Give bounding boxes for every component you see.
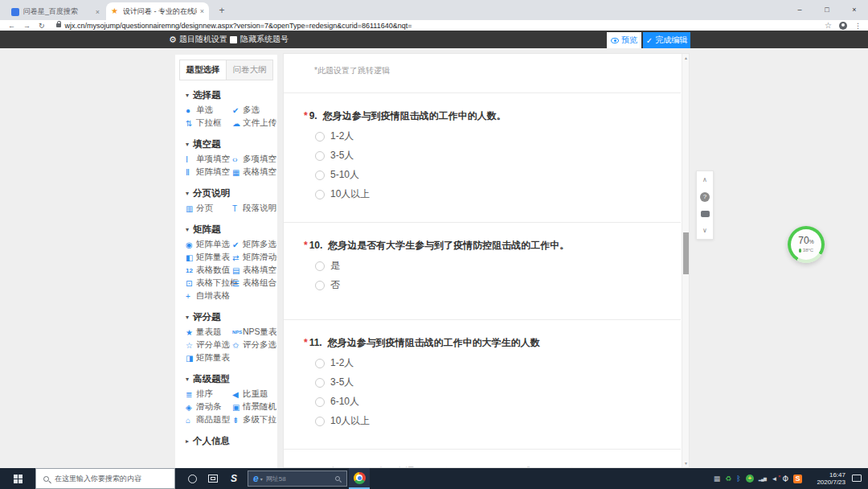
sidebar-item-paragraph[interactable]: T段落说明 <box>232 202 277 215</box>
sidebar-item-file-upload[interactable]: ☁文件上传 <box>232 117 277 129</box>
address-url[interactable]: wjx.cn/mysojump/questionnairemng/designn… <box>65 22 412 30</box>
browser-tab-active[interactable]: ★ 设计问卷 - 专业的在线问卷调 × <box>106 2 209 20</box>
sidebar-section-header[interactable]: ▾ 填空题 <box>186 138 277 150</box>
sidebar-item-single-choice[interactable]: ●单选 <box>186 104 232 117</box>
radio-icon[interactable] <box>315 359 325 368</box>
photos-tray-icon[interactable]: ▦ <box>714 475 721 483</box>
action-center-icon[interactable] <box>852 475 862 482</box>
radio-option[interactable]: 1-2人 <box>315 131 665 142</box>
sidebar-section-header[interactable]: ▾ 选择题 <box>186 89 277 101</box>
sidebar-item-nps[interactable]: NPSNPS量表 <box>232 326 277 339</box>
sidebar-item-table-fill[interactable]: ▤表格填空 <box>232 264 277 277</box>
tab-close-icon[interactable]: × <box>200 7 204 15</box>
sidebar-item-table-blank[interactable]: ▦表格填空 <box>232 166 277 179</box>
forward-icon[interactable]: → <box>23 22 31 30</box>
sidebar-item-multi-blank[interactable]: ‹›多项填空 <box>232 153 277 166</box>
radio-option[interactable]: 10人以上 <box>315 416 665 426</box>
volume-muted-icon[interactable]: ◄× <box>771 475 777 483</box>
sidebar-item-rating-single[interactable]: ☆评分单选 <box>186 339 232 351</box>
pinwheel-tray-icon[interactable]: ♻ <box>725 475 731 483</box>
radio-icon[interactable] <box>315 281 325 290</box>
maximize-button[interactable]: □ <box>813 0 841 20</box>
start-button[interactable] <box>0 468 35 489</box>
temperature-widget[interactable]: 70% 38°C <box>788 226 825 263</box>
radio-option[interactable]: 3-5人 <box>315 150 665 161</box>
radio-icon[interactable] <box>315 378 325 388</box>
sidebar-item-cascade-dropdown[interactable]: ⇟多级下拉 <box>232 413 277 426</box>
new-tab-button[interactable]: + <box>215 4 228 17</box>
checkbox-icon[interactable] <box>230 36 237 43</box>
network-signal-icon[interactable]: ▂▄▆ <box>759 476 767 481</box>
radio-icon[interactable] <box>315 417 325 426</box>
sidebar-item-matrix-scale[interactable]: ◧矩阵量表 <box>186 251 232 264</box>
question-block-12[interactable]: *12.疫情期间乘坐的交通工具，您现在所做的是测试题目，请您全选以剔除错误数据。… <box>284 450 681 468</box>
sidebar-item-sort[interactable]: ≣排序 <box>186 388 232 401</box>
sidebar-item-multi-choice[interactable]: ✔多选 <box>232 104 277 117</box>
browser-tab-inactive[interactable]: 问卷星_百度搜索 × <box>6 3 104 20</box>
radio-option[interactable]: 5-10人 <box>315 170 665 180</box>
sidebar-item-single-blank[interactable]: Ⅰ单项填空 <box>186 153 232 166</box>
bookmark-star-icon[interactable]: ☆ <box>825 21 832 30</box>
radio-option[interactable]: 是 <box>315 261 665 271</box>
scroll-up-icon[interactable]: ▲ <box>682 55 690 60</box>
finish-edit-button[interactable]: ✓ 完成编辑 <box>643 32 690 48</box>
scroll-top-button[interactable]: ∧ <box>697 171 713 188</box>
sidebar-item-matrix-multi[interactable]: ✔矩阵多选 <box>232 238 277 251</box>
sidebar-item-matrix-slider[interactable]: ⇄矩阵滑动条 <box>232 251 277 264</box>
scroll-bottom-button[interactable]: ∨ <box>697 222 713 239</box>
help-button[interactable]: ? <box>697 188 713 205</box>
cortana-button[interactable] <box>182 468 203 489</box>
panel-scrollbar[interactable]: ▲ ▼ <box>682 54 689 467</box>
close-button[interactable]: × <box>841 0 868 20</box>
browser-menu-icon[interactable]: ⋮ <box>854 22 862 30</box>
sidebar-item-slider[interactable]: ◈滑动条 <box>186 401 232 413</box>
radio-icon[interactable] <box>315 132 325 142</box>
question-block-10[interactable]: *10.您身边是否有大学生参与到了疫情防控阻击战的工作中。 是 否 <box>284 223 681 320</box>
sidebar-section-header[interactable]: ▾ 高级题型 <box>186 373 277 385</box>
sidebar-item-scale[interactable]: ★量表题 <box>186 326 232 339</box>
sidebar-item-table-number[interactable]: 12表格数值 <box>186 264 232 277</box>
taskbar-search-box[interactable]: 在这里输入你要搜索的内容 <box>35 468 175 489</box>
hide-system-number-option[interactable]: 隐藏系统题号 <box>230 31 289 48</box>
question-block-partial[interactable]: *此题设置了跳转逻辑 <box>284 54 681 93</box>
antivirus-tray-icon[interactable]: + <box>746 475 754 483</box>
scrollbar-thumb[interactable] <box>683 232 689 274</box>
back-icon[interactable]: ← <box>8 22 15 30</box>
sidebar-item-table-dropdown[interactable]: ⊡表格下拉框 <box>186 277 232 290</box>
profile-avatar[interactable] <box>839 22 847 30</box>
input-method-icon[interactable]: Ф <box>782 475 788 483</box>
question-block-9[interactable]: *9.您身边参与到疫情阻击战的工作中的人数。 1-2人 3-5人 5-10人 1… <box>284 93 681 223</box>
scroll-down-icon[interactable]: ▼ <box>682 461 690 466</box>
chrome-taskbar-button[interactable] <box>349 468 370 489</box>
task-view-button[interactable] <box>203 468 223 489</box>
radio-option[interactable]: 10人以上 <box>315 189 665 199</box>
tab-close-icon[interactable]: × <box>96 8 100 16</box>
taskbar-clock[interactable]: 16:47 2020/7/23 <box>817 468 845 489</box>
radio-option[interactable]: 1-2人 <box>315 358 665 368</box>
random-settings-option[interactable]: ⚙ 题目随机设置 <box>169 31 227 48</box>
sidebar-section-header[interactable]: ▾ 分页说明 <box>186 187 277 199</box>
sidebar-item-page-break[interactable]: ▥分页 <box>186 202 232 215</box>
radio-icon[interactable] <box>315 151 325 161</box>
radio-option[interactable]: 6-10人 <box>315 397 665 407</box>
sidebar-item-scenario-random[interactable]: ▣情景随机 <box>232 401 277 413</box>
sidebar-item-weight[interactable]: ◀比重题 <box>232 388 277 401</box>
tab-outline[interactable]: 问卷大纲 <box>226 60 272 80</box>
sidebar-item-rating-multi[interactable]: ✩评分多选 <box>232 339 277 351</box>
question-block-11[interactable]: *11.您身边参与到疫情阻击战的工作中的大学生的人数 1-2人 3-5人 6-1… <box>284 320 681 450</box>
radio-option[interactable]: 否 <box>315 280 665 290</box>
reload-icon[interactable]: ↻ <box>39 22 45 30</box>
sidebar-item-product[interactable]: ⌂商品题型 <box>186 413 232 426</box>
sidebar-section-header[interactable]: ▾ 评分题 <box>186 311 277 323</box>
sidebar-item-matrix-scale2[interactable]: ◨矩阵量表 <box>186 351 232 364</box>
bluetooth-icon[interactable]: ᛒ <box>736 475 740 483</box>
sidebar-item-matrix-single[interactable]: ◉矩阵单选 <box>186 238 232 251</box>
radio-icon[interactable] <box>315 171 325 180</box>
radio-icon[interactable] <box>315 397 325 407</box>
pinned-app-button[interactable]: S <box>223 468 244 489</box>
radio-option[interactable]: 3-5人 <box>315 377 665 388</box>
sidebar-section-header[interactable]: ▾ 矩阵题 <box>186 224 277 236</box>
preview-button[interactable]: 预览 <box>607 32 641 48</box>
tab-question-types[interactable]: 题型选择 <box>180 60 226 80</box>
feedback-button[interactable] <box>697 205 713 222</box>
